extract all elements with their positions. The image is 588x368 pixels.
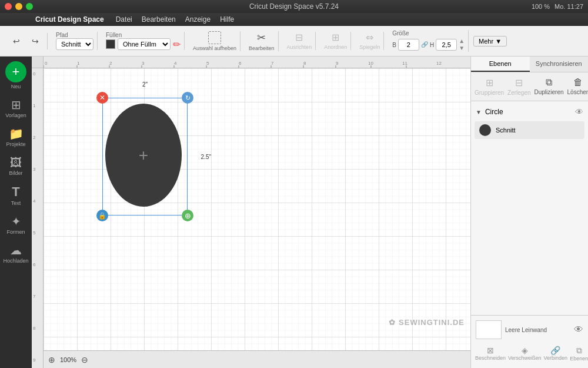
svg-text:7: 7 [33, 294, 36, 299]
ebenen-bottom-button[interactable]: ⧉ Ebenen [569, 344, 588, 363]
breite-input[interactable]: 2 [398, 39, 419, 51]
chain-link-icon: 🔗 [421, 42, 428, 48]
menu-bearbeiten[interactable]: Bearbeiten [142, 15, 176, 24]
titlebar: Cricut Design Space v5.7.24 100 % Mo. 11… [0, 0, 588, 13]
verbinden-label: Verbinden [544, 355, 568, 361]
tab-ebenen[interactable]: Ebenen [471, 57, 530, 72]
anordnen-label[interactable]: Anordnen [324, 44, 347, 50]
sidebar-item-hochladen[interactable]: ☁ Hochladen [3, 241, 29, 267]
svg-text:2: 2 [109, 61, 112, 66]
sidebar-item-projekte[interactable]: 📁 Projekte [3, 124, 29, 151]
titlebar-right: 100 % Mo. 11:27 [532, 3, 583, 10]
layer-name: Schnitt [496, 127, 580, 134]
loeschen-icon: 🗑 [573, 77, 583, 88]
ausrichten-label[interactable]: Ausrichten [287, 44, 312, 50]
menu-anzeige[interactable]: Anzeige [185, 15, 211, 24]
canvas-grid[interactable]: + ✕ ↻ 🔒 ⊕ 2" 2.5" ✿ SEWINGTINI.DE [44, 68, 470, 350]
verbinden-button[interactable]: 🔗 Verbinden [543, 344, 569, 363]
zerlegen-label: Zerlegen [507, 89, 530, 96]
layer-group-header[interactable]: ▼ Circle 👁 [475, 105, 584, 119]
pfad-label: Pfad [56, 32, 68, 38]
svg-text:1: 1 [77, 61, 80, 66]
layer-group-name: Circle [485, 108, 572, 116]
projekte-icon: 📁 [9, 128, 24, 140]
menu-hilfe[interactable]: Hilfe [220, 15, 234, 24]
ruler-horizontal: 0 1 2 3 4 5 6 7 8 [44, 57, 470, 68]
handle-resize[interactable]: ⊕ [182, 210, 193, 221]
zerlegen-button[interactable]: ⊟ Zerlegen [506, 75, 532, 98]
layer-item[interactable]: Schnitt [475, 121, 584, 139]
new-label: Neu [11, 84, 21, 89]
svg-text:4: 4 [174, 61, 177, 66]
plus-icon: + [139, 146, 148, 165]
minimize-button[interactable] [15, 3, 22, 10]
traffic-lights[interactable] [5, 3, 33, 10]
svg-text:6: 6 [33, 262, 36, 267]
bearbeiten-label[interactable]: Bearbeiten [249, 45, 275, 51]
handle-lock[interactable]: 🔒 [96, 210, 108, 221]
maximize-button[interactable] [26, 3, 33, 10]
sidebar-item-text[interactable]: T Text [3, 182, 29, 210]
design-object[interactable]: + ✕ ↻ 🔒 ⊕ 2" 2.5" [102, 98, 188, 216]
menu-datei[interactable]: Datei [116, 15, 132, 24]
auswahl-aufheben-icon [208, 31, 221, 44]
fuellen-select[interactable]: Ohne Füllm ▾ [118, 38, 171, 50]
verschweissen-label: Verschweißen [508, 355, 542, 361]
sidebar-hochladen-label: Hochladen [3, 258, 28, 264]
spiegeln-icon: ⇔ [366, 32, 373, 43]
main-area: + Neu ⊞ Vorlagen 📁 Projekte 🖼 Bilder T T… [0, 57, 588, 368]
svg-text:11: 11 [402, 61, 407, 66]
mehr-button[interactable]: Mehr ▼ [473, 36, 507, 47]
tab-synchronisieren[interactable]: Synchronisieren [530, 57, 589, 72]
new-button[interactable]: + [5, 61, 26, 82]
pfad-group: Pfad Schnitt [52, 32, 98, 50]
handle-delete[interactable]: ✕ [96, 92, 108, 104]
duplizieren-label: Duplizieren [534, 89, 564, 95]
redo-button[interactable]: ↪ [27, 33, 44, 49]
duplizieren-icon: ⧉ [546, 77, 552, 88]
zoom-remove-button[interactable]: ⊖ [81, 355, 88, 364]
sidebar-item-vorlagen[interactable]: ⊞ Vorlagen [3, 95, 29, 122]
undo-button[interactable]: ↩ [8, 33, 25, 49]
svg-text:12: 12 [436, 61, 442, 66]
ruler-corner [32, 57, 44, 68]
layers-section: ▼ Circle 👁 Schnitt [471, 101, 588, 315]
close-button[interactable] [5, 3, 12, 10]
canvas-area[interactable]: 0 1 2 3 4 5 6 7 8 [32, 57, 470, 368]
gruppieren-button[interactable]: ⊞ Gruppieren [473, 75, 505, 98]
sidebar-vorlagen-label: Vorlagen [5, 112, 26, 118]
eye-icon[interactable]: 👁 [575, 107, 583, 117]
auswahl-aufheben-label[interactable]: Auswahl aufheben [193, 45, 236, 51]
handle-rotate[interactable]: ↻ [182, 92, 193, 104]
color-swatch[interactable] [106, 39, 115, 49]
beschneiden-label: Beschneiden [475, 355, 506, 361]
svg-text:4: 4 [33, 198, 36, 204]
bearbeiten-group: ✂ Bearbeiten [245, 31, 279, 51]
pen-icon[interactable]: ✏ [173, 39, 181, 50]
app-menu-name[interactable]: Cricut Design Space [35, 15, 104, 24]
panel-actions: ⊞ Gruppieren ⊟ Zerlegen ⧉ Duplizieren 🗑 … [471, 72, 588, 101]
dim-height-label: 2.5" [201, 154, 211, 160]
anordnen-group: ⊞ Anordnen [320, 32, 351, 50]
panel-bottom: Leere Leinwand 👁 ⊠ Beschneiden ◈ Verschw… [471, 315, 588, 368]
zoom-add-button[interactable]: ⊕ [48, 355, 55, 364]
spiegeln-label[interactable]: Spiegeln [359, 44, 380, 50]
canvas-eye-icon[interactable]: 👁 [574, 324, 583, 335]
sidebar-item-bilder[interactable]: 🖼 Bilder [3, 153, 29, 180]
sidebar-item-formen[interactable]: ✦ Formen [3, 212, 29, 238]
formen-icon: ✦ [11, 216, 21, 227]
loeschen-button[interactable]: 🗑 Löschen [566, 75, 588, 98]
height-stepper[interactable]: ▲ ▼ [459, 38, 465, 52]
right-panel: Ebenen Synchronisieren ⊞ Gruppieren ⊟ Ze… [470, 57, 588, 368]
verschweissen-button[interactable]: ◈ Verschweißen [507, 344, 542, 363]
group-chevron-icon: ▼ [476, 109, 482, 115]
pfad-select[interactable]: Schnitt [56, 38, 93, 50]
ruler-vertical: 0 1 2 3 4 5 6 7 8 9 [32, 68, 44, 368]
hochladen-icon: ☁ [10, 244, 22, 256]
groesse-label: Größe [392, 30, 465, 37]
beschneiden-button[interactable]: ⊠ Beschneiden [475, 344, 506, 363]
duplizieren-button[interactable]: ⧉ Duplizieren [533, 75, 565, 98]
canvas-preview-label: Leere Leinwand [505, 327, 547, 333]
hoehe-input[interactable]: 2,5 [436, 39, 457, 51]
layer-swatch [479, 124, 491, 136]
